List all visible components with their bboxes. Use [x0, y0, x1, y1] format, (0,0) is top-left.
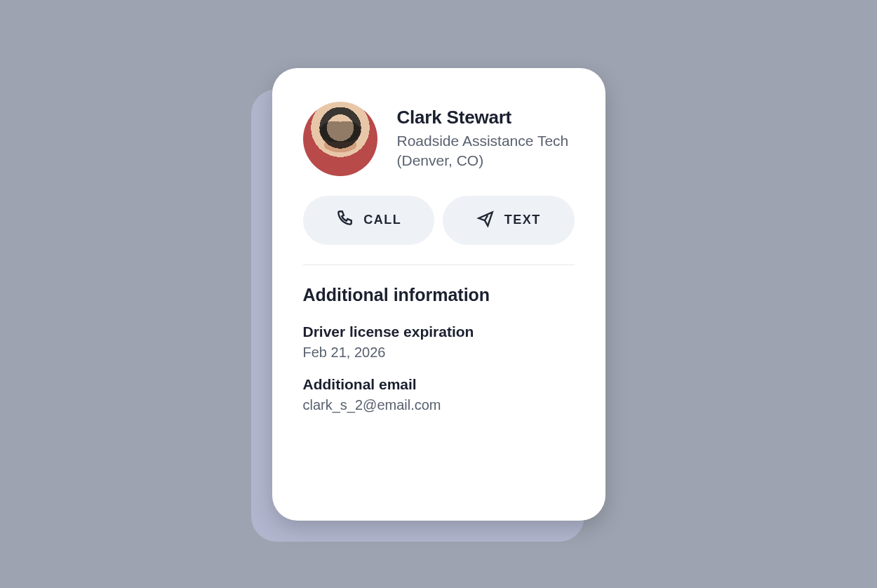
- contact-header: Clark Stewart Roadside Assistance Tech (…: [303, 102, 575, 176]
- contact-name: Clark Stewart: [397, 107, 569, 128]
- field-additional-email: Additional email clark_s_2@email.com: [303, 376, 575, 413]
- contact-role: Roadside Assistance Tech: [397, 131, 569, 151]
- contact-header-text: Clark Stewart Roadside Assistance Tech (…: [397, 107, 569, 171]
- text-button-label: TEXT: [504, 213, 541, 227]
- field-value: clark_s_2@email.com: [303, 397, 575, 413]
- avatar: [303, 102, 377, 176]
- additional-section-title: Additional information: [303, 285, 575, 305]
- contact-location: (Denver, CO): [397, 151, 569, 171]
- field-label: Additional email: [303, 376, 575, 393]
- field-driver-license: Driver license expiration Feb 21, 2026: [303, 323, 575, 361]
- call-button[interactable]: CALL: [303, 196, 435, 245]
- field-label: Driver license expiration: [303, 323, 575, 340]
- text-button[interactable]: TEXT: [443, 196, 575, 245]
- actions-row: CALL TEXT: [303, 196, 575, 245]
- phone-icon: [335, 209, 354, 231]
- contact-card: Clark Stewart Roadside Assistance Tech (…: [272, 68, 605, 521]
- send-icon: [476, 209, 495, 231]
- field-value: Feb 21, 2026: [303, 345, 575, 361]
- divider: [303, 265, 575, 265]
- call-button-label: CALL: [363, 213, 401, 227]
